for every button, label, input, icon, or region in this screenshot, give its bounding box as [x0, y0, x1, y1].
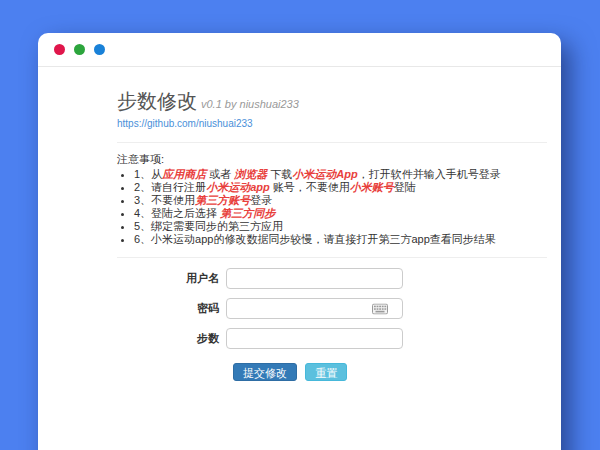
notice-item-4: 4、登陆之后选择 第三方同步: [134, 207, 547, 220]
github-link[interactable]: https://github.com/niushuai233: [117, 118, 253, 129]
password-input-wrap: [226, 298, 403, 319]
steps-input[interactable]: [226, 328, 403, 349]
password-label: 密码: [117, 301, 226, 316]
steps-label: 步数: [117, 331, 226, 346]
notice-item-6: 6、小米运动app的修改数据同步较慢，请直接打开第三方app查看同步结果: [134, 233, 547, 246]
divider-top: [117, 142, 547, 143]
page-content: 步数修改v0.1 by niushuai233 https://github.c…: [38, 67, 561, 381]
page-title-text: 步数修改: [117, 90, 197, 112]
step-form: 用户名 密码: [117, 268, 547, 381]
window-dot-green[interactable]: [74, 44, 85, 55]
username-label: 用户名: [117, 271, 226, 286]
notice-item-5: 5、绑定需要同步的第三方应用: [134, 220, 547, 233]
notice-item-1: 1、从应用商店 或者 浏览器 下载小米运动App，打开软件并输入手机号登录: [134, 168, 547, 181]
window-dot-red[interactable]: [54, 44, 65, 55]
keyboard-icon[interactable]: [372, 303, 388, 314]
username-input[interactable]: [226, 268, 403, 289]
username-input-wrap: [226, 268, 403, 289]
page-title: 步数修改v0.1 by niushuai233: [117, 90, 547, 112]
browser-window: 步数修改v0.1 by niushuai233 https://github.c…: [38, 33, 561, 450]
window-titlebar: [38, 33, 561, 67]
form-row-steps: 步数: [117, 328, 547, 349]
divider-bottom: [117, 257, 547, 258]
submit-button[interactable]: 提交修改: [233, 363, 297, 381]
window-dot-blue[interactable]: [94, 44, 105, 55]
form-actions: 提交修改 重置: [233, 363, 547, 381]
notice-heading: 注意事项:: [117, 152, 547, 166]
form-row-password: 密码: [117, 298, 547, 319]
form-row-username: 用户名: [117, 268, 547, 289]
notice-item-2: 2、请自行注册小米运动app 账号，不要使用小米账号登陆: [134, 181, 547, 194]
reset-button[interactable]: 重置: [305, 363, 347, 381]
notice-section: 注意事项: 1、从应用商店 或者 浏览器 下载小米运动App，打开软件并输入手机…: [117, 152, 547, 246]
version-label: v0.1 by niushuai233: [201, 98, 299, 110]
notice-item-3: 3、不要使用第三方账号登录: [134, 194, 547, 207]
notice-list: 1、从应用商店 或者 浏览器 下载小米运动App，打开软件并输入手机号登录 2、…: [117, 168, 547, 246]
steps-input-wrap: [226, 328, 403, 349]
